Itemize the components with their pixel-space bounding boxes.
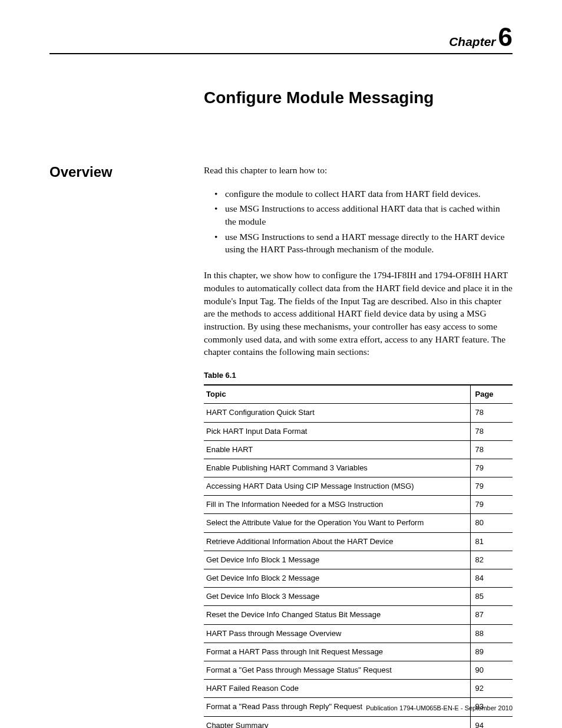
topic-cell: Select the Attribute Value for the Opera… (204, 514, 470, 532)
page-cell: 78 (470, 404, 513, 422)
page-cell: 89 (470, 643, 513, 661)
table-row: Pick HART Input Data Format78 (204, 422, 513, 440)
topic-cell: Enable HART (204, 440, 470, 459)
topic-cell: Chapter Summary (204, 716, 470, 728)
table-row: HART Pass through Message Overview88 (204, 624, 513, 643)
page-cell: 87 (470, 606, 513, 624)
page-cell: 85 (470, 588, 513, 606)
table-header-topic: Topic (204, 385, 470, 404)
chapter-title: Configure Module Messaging (204, 88, 513, 107)
page-cell: 79 (470, 459, 513, 477)
table-row: HART Configuration Quick Start78 (204, 404, 513, 422)
table-row: Fill in The Information Needed for a MSG… (204, 496, 513, 514)
topic-cell: HART Failed Reason Code (204, 680, 470, 698)
topic-cell: Reset the Device Info Changed Status Bit… (204, 606, 470, 624)
footer-publication: Publication 1794-UM065B-EN-E - September… (366, 704, 513, 711)
topic-cell: Enable Publishing HART Command 3 Variabl… (204, 459, 470, 477)
table-row: Get Device Info Block 2 Message84 (204, 569, 513, 588)
chapter-number: 6 (498, 22, 513, 51)
topics-table: Topic Page HART Configuration Quick Star… (204, 384, 513, 728)
page-cell: 78 (470, 440, 513, 459)
topic-cell: Accessing HART Data Using CIP Message In… (204, 477, 470, 496)
page-cell: 92 (470, 680, 513, 698)
topic-cell: Get Device Info Block 3 Message (204, 588, 470, 606)
page-cell: 78 (470, 422, 513, 440)
table-row: Retrieve Additional Information About th… (204, 532, 513, 551)
topic-cell: Fill in The Information Needed for a MSG… (204, 496, 470, 514)
table-row: Select the Attribute Value for the Opera… (204, 514, 513, 532)
topic-cell: Retrieve Additional Information About th… (204, 532, 470, 551)
topic-cell: Pick HART Input Data Format (204, 422, 470, 440)
page-cell: 81 (470, 532, 513, 551)
topic-cell: Get Device Info Block 2 Message (204, 569, 470, 588)
table-row: Format a "Get Pass through Message Statu… (204, 661, 513, 679)
table-row: HART Failed Reason Code92 (204, 680, 513, 698)
table-row: Accessing HART Data Using CIP Message In… (204, 477, 513, 496)
topic-cell: Get Device Info Block 1 Message (204, 551, 470, 569)
table-caption: Table 6.1 (204, 370, 513, 381)
table-row: Enable HART78 (204, 440, 513, 459)
intro-line: Read this chapter to learn how to: (204, 164, 513, 177)
table-header-page: Page (470, 385, 513, 404)
list-item: configure the module to collect HART dat… (214, 187, 513, 200)
table-row: Format a HART Pass through Init Request … (204, 643, 513, 661)
body-paragraph: In this chapter, we show how to configur… (204, 269, 513, 358)
table-row: Get Device Info Block 3 Message85 (204, 588, 513, 606)
page-cell: 90 (470, 661, 513, 679)
list-item: use MSG Instructions to send a HART mess… (214, 230, 513, 256)
table-header-row: Topic Page (204, 385, 513, 404)
chapter-header: Chapter6 (49, 22, 513, 52)
table-row: Enable Publishing HART Command 3 Variabl… (204, 459, 513, 477)
page-cell: 84 (470, 569, 513, 588)
page-cell: 79 (470, 477, 513, 496)
list-item: use MSG Instructions to access additiona… (214, 202, 513, 228)
page-cell: 82 (470, 551, 513, 569)
chapter-rule (49, 53, 513, 54)
page-cell: 88 (470, 624, 513, 643)
table-row: Reset the Device Info Changed Status Bit… (204, 606, 513, 624)
topic-cell: HART Configuration Quick Start (204, 404, 470, 422)
table-row: Get Device Info Block 1 Message82 (204, 551, 513, 569)
chapter-label: Chapter (449, 35, 495, 48)
topic-cell: Format a "Get Pass through Message Statu… (204, 661, 470, 679)
topic-cell: HART Pass through Message Overview (204, 624, 470, 643)
bullet-list: configure the module to collect HART dat… (204, 187, 513, 256)
table-row: Chapter Summary94 (204, 716, 513, 728)
page-cell: 79 (470, 496, 513, 514)
topic-cell: Format a HART Pass through Init Request … (204, 643, 470, 661)
section-heading-overview: Overview (49, 164, 204, 180)
page-cell: 94 (470, 716, 513, 728)
page-cell: 80 (470, 514, 513, 532)
